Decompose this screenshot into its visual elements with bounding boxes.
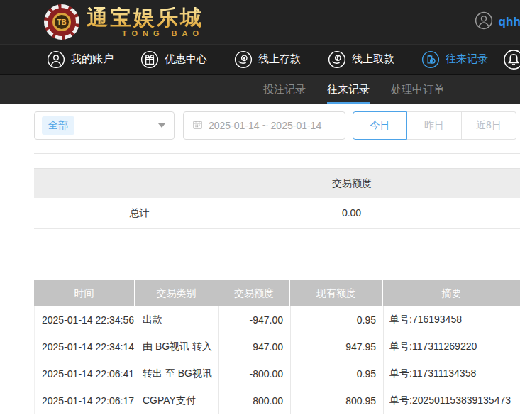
date-range-text: 2025-01-14 ~ 2025-01-14 — [209, 120, 321, 131]
cell-time: 2025-01-14 22:06:41 — [35, 360, 135, 387]
table-header-row: 时间 交易类别 交易额度 现有额度 摘要 — [34, 280, 520, 306]
nav-item-promotions[interactable]: 优惠中心 — [140, 50, 207, 69]
nav-item-account[interactable]: 我的账户 — [47, 50, 114, 69]
cell-amount: 800.00 — [219, 387, 291, 414]
summary-amount-header: 交易额度 — [245, 177, 458, 190]
cell-time: 2025-01-14 22:34:14 — [35, 333, 135, 360]
col-header-summary: 摘要 — [383, 280, 520, 306]
cell-summary: 单号:117311134358 — [384, 360, 520, 387]
tab-transaction-records[interactable]: 往来记录 — [327, 75, 370, 104]
cell-summary: 单号:716193458 — [384, 306, 520, 333]
summary-total-label: 总计 — [34, 198, 245, 228]
promo-icon — [140, 50, 159, 69]
brand-title-en: TONG BAO — [122, 29, 204, 38]
quick-date-buttons: 今日 昨日 近8日 — [353, 111, 516, 140]
table-row: 2025-01-14 22:06:41 转出 至 BG视讯 -800.00 0.… — [34, 360, 520, 387]
nav-label: 往来记录 — [446, 52, 488, 66]
tab-processing-orders[interactable]: 处理中订单 — [391, 75, 444, 104]
yesterday-button[interactable]: 昨日 — [407, 111, 462, 140]
brand-title: 通宝娱乐城 TONG BAO — [87, 7, 204, 38]
cell-amount: -800.00 — [219, 360, 291, 387]
nav-item-deposit[interactable]: 线上存款 — [234, 50, 301, 69]
filter-row: 全部 2025-01-14 ~ 2025-01-14 今日 昨日 近8日 — [34, 111, 520, 140]
transactions-table: 时间 交易类别 交易额度 现有额度 摘要 2025-01-14 22:34:56… — [34, 280, 520, 414]
user-account[interactable]: qhhw — [475, 0, 520, 44]
withdraw-icon — [328, 50, 346, 69]
tab-betting-records[interactable]: 投注记录 — [263, 75, 306, 104]
cell-type: CGPAY支付 — [135, 387, 219, 414]
account-icon — [47, 50, 65, 69]
top-header: TB 通宝娱乐城 TONG BAO qhhw — [0, 0, 520, 44]
transaction-type-select[interactable]: 全部 — [34, 111, 175, 140]
nav-item-withdraw[interactable]: 线上取款 — [328, 50, 394, 69]
date-range-input[interactable]: 2025-01-14 ~ 2025-01-14 — [183, 111, 345, 140]
user-avatar-icon — [475, 11, 493, 33]
col-header-balance: 现有额度 — [290, 280, 383, 306]
divider — [34, 153, 520, 154]
content-area: 全部 2025-01-14 ~ 2025-01-14 今日 昨日 近8日 交易额… — [0, 111, 520, 414]
cell-balance: 800.95 — [291, 387, 384, 414]
notifications-bell-icon[interactable] — [503, 49, 520, 73]
cell-summary: 单号:117311269220 — [384, 333, 520, 360]
nav-label: 优惠中心 — [165, 52, 207, 66]
brand-chip-logo: TB — [44, 4, 79, 40]
brand-title-cn: 通宝娱乐城 — [87, 7, 204, 28]
summary-header-row: 交易额度 — [34, 168, 520, 198]
summary-total-row: 总计 0.00 — [34, 198, 520, 229]
selected-type-chip: 全部 — [42, 116, 74, 135]
col-header-amount: 交易额度 — [218, 280, 290, 306]
cell-type: 出款 — [135, 306, 219, 333]
cell-balance: 947.95 — [291, 333, 384, 360]
table-row: 2025-01-14 22:34:56 出款 -947.00 0.95 单号:7… — [34, 306, 520, 333]
cell-amount: -947.00 — [219, 306, 291, 333]
table-row: 2025-01-14 22:34:14 由 BG视讯 转入 947.00 947… — [34, 333, 520, 360]
cell-balance: 0.95 — [291, 306, 384, 333]
cell-amount: 947.00 — [219, 333, 291, 360]
last-8-days-button[interactable]: 近8日 — [462, 111, 516, 140]
main-nav: 我的账户 优惠中心 线上存款 — [0, 44, 520, 74]
username-text: qhhw — [499, 15, 520, 29]
nav-label: 我的账户 — [71, 52, 114, 66]
chevron-down-icon — [158, 123, 165, 128]
cell-type: 转出 至 BG视讯 — [135, 360, 219, 387]
subtab-bar: 投注记录 往来记录 处理中订单 — [0, 74, 520, 104]
summary-table: 交易额度 总计 0.00 — [34, 168, 520, 229]
cell-type: 由 BG视讯 转入 — [135, 333, 219, 360]
nav-label: 线上存款 — [258, 52, 301, 66]
summary-total-value: 0.00 — [245, 198, 458, 228]
nav-item-records[interactable]: 往来记录 — [421, 50, 488, 69]
cell-time: 2025-01-14 22:06:17 — [35, 387, 135, 414]
calendar-icon — [192, 119, 203, 132]
records-icon — [421, 50, 440, 69]
nav-label: 线上取款 — [352, 52, 394, 66]
deposit-icon — [234, 50, 253, 69]
col-header-time: 时间 — [34, 280, 135, 306]
cell-time: 2025-01-14 22:34:56 — [35, 306, 135, 333]
col-header-type: 交易类别 — [135, 280, 218, 306]
chip-tb-label: TB — [52, 13, 71, 31]
cell-balance: 0.95 — [291, 360, 384, 387]
cell-summary: 单号:202501153839135473 — [384, 387, 520, 414]
today-button[interactable]: 今日 — [353, 111, 407, 140]
table-row: 2025-01-14 22:06:17 CGPAY支付 800.00 800.9… — [34, 387, 520, 414]
